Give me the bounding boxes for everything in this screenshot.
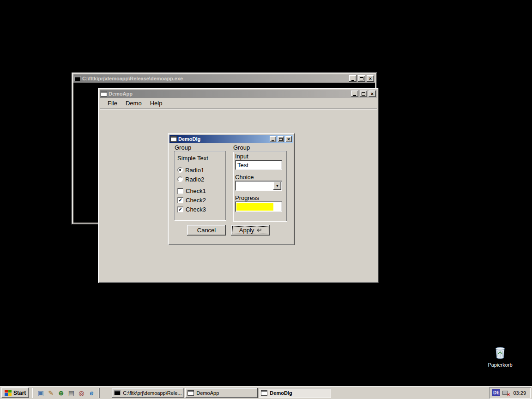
menu-help[interactable]: Help (146, 98, 167, 108)
minimize-icon (272, 140, 274, 141)
quick-launch-viewer[interactable]: ◎ (76, 388, 86, 398)
taskbar-divider (98, 388, 100, 398)
radio-radio1[interactable]: Radio1 (177, 166, 204, 174)
desktop-background: C:\fltk\prj\demoapp\Release\demoapp.exe … (0, 0, 532, 386)
demoapp-minimize-button[interactable] (351, 91, 358, 97)
demoapp-titlebar[interactable]: DemoApp × (100, 90, 377, 98)
task-button-console[interactable]: C:\fltk\prj\demoapp\Rele... (112, 388, 184, 398)
choice-label: Choice (235, 174, 254, 181)
recycle-bin-icon (492, 345, 508, 360)
choice-selected-value (236, 181, 273, 190)
demodlg-title: DemoDlg (178, 136, 268, 142)
checkbox-icon (177, 188, 183, 194)
recycle-bin-label: Papierkorb (484, 362, 517, 368)
checkbox-label: Check2 (186, 197, 206, 204)
input-field[interactable] (235, 160, 282, 170)
demodlg-icon (170, 136, 177, 142)
return-icon (256, 228, 261, 232)
globe-icon: ⊕ (58, 389, 64, 397)
minimize-icon (351, 80, 354, 81)
demodlg-close-button[interactable]: × (285, 136, 292, 142)
checkbox-icon: ✓ (177, 206, 183, 212)
progress-bar-fill (236, 203, 273, 211)
right-group-box: Input Choice ▼ Progress (233, 151, 287, 221)
radio-label: Radio2 (185, 176, 204, 183)
check-mark-icon: ✓ (178, 207, 182, 212)
menu-demo[interactable]: Demo (121, 98, 146, 108)
quick-launch-address-book[interactable]: ▤ (66, 388, 76, 398)
radio-label: Radio1 (185, 167, 204, 174)
checkbox-label: Check1 (186, 187, 206, 194)
checkbox-check2[interactable]: ✓ Check2 (177, 196, 206, 204)
quick-launch-pen[interactable]: ✎ (46, 388, 56, 398)
tray-device-status-icon[interactable]: × (502, 390, 509, 396)
internet-explorer-icon: e (90, 389, 93, 397)
console-maximize-button[interactable] (358, 75, 365, 82)
taskbar-clock[interactable]: 03:29 (512, 390, 527, 396)
keyboard-layout-indicator[interactable]: DE (492, 389, 500, 396)
check-mark-icon: ✓ (178, 198, 182, 203)
maximize-icon (279, 138, 283, 141)
quick-launch-show-desktop[interactable]: ▣ (36, 388, 46, 398)
minimize-icon (353, 95, 356, 96)
console-close-button[interactable]: × (367, 75, 374, 82)
console-icon (74, 76, 81, 81)
close-icon: × (287, 137, 290, 142)
system-tray: DE × 03:29 (489, 387, 531, 399)
start-button[interactable]: Start (1, 387, 29, 398)
cancel-button[interactable]: Cancel (187, 225, 226, 236)
radio-button-icon (177, 167, 183, 173)
menu-file[interactable]: File (103, 98, 121, 108)
task-button-demodlg[interactable]: DemoDlg (259, 388, 331, 398)
window-icon (261, 390, 267, 396)
demoapp-close-button[interactable]: × (369, 91, 376, 97)
console-titlebar[interactable]: C:\fltk\prj\demoapp\Release\demoapp.exe … (73, 74, 375, 83)
simple-text-label: Simple Text (177, 155, 208, 162)
choice-dropdown-button[interactable]: ▼ (273, 181, 281, 190)
chevron-down-icon: ▼ (276, 184, 279, 188)
maximize-icon (360, 77, 363, 80)
left-group-box: Simple Text Radio1 Radio2 Check1 ✓ Check… (174, 151, 226, 220)
close-icon: × (369, 76, 372, 81)
checkbox-icon: ✓ (177, 197, 183, 203)
taskbar-divider (32, 388, 34, 398)
address-book-icon: ▤ (68, 389, 74, 397)
right-group-label: Group (233, 144, 250, 151)
demodlg-titlebar[interactable]: DemoDlg × (169, 135, 293, 143)
demoapp-menubar: File Demo Help (100, 98, 377, 109)
demodlg-content: Group Simple Text Radio1 Radio2 Check1 ✓ (169, 143, 293, 243)
task-button-area: C:\fltk\prj\demoapp\Rele... DemoApp Demo… (111, 388, 332, 398)
demodlg-minimize-button[interactable] (270, 136, 276, 142)
quick-launch-globe[interactable]: ⊕ (56, 388, 66, 398)
console-minimize-button[interactable] (349, 75, 357, 82)
demoapp-title: DemoApp (109, 91, 350, 97)
show-desktop-icon: ▣ (38, 389, 44, 397)
progress-label: Progress (235, 194, 259, 201)
apply-button[interactable]: Apply (231, 225, 270, 236)
demoapp-icon (101, 91, 107, 97)
error-x-icon: × (507, 392, 510, 397)
input-label: Input (235, 153, 248, 160)
demoapp-maximize-button[interactable] (360, 91, 367, 97)
choice-dropdown[interactable]: ▼ (235, 181, 282, 191)
maximize-icon (362, 92, 365, 96)
demodlg-window: DemoDlg × Group Simple Text Radio1 Radio… (168, 133, 295, 245)
console-title: C:\fltk\prj\demoapp\Release\demoapp.exe (82, 76, 348, 81)
windows-logo-icon (5, 390, 12, 396)
radio-button-icon (177, 176, 183, 182)
checkbox-check3[interactable]: ✓ Check3 (177, 206, 206, 213)
console-icon (114, 390, 121, 395)
close-icon: × (371, 91, 374, 97)
task-button-demoapp[interactable]: DemoApp (185, 388, 258, 398)
left-group-label: Group (175, 144, 191, 151)
pen-icon: ✎ (48, 389, 54, 397)
progress-bar (235, 201, 282, 212)
checkbox-label: Check3 (186, 206, 206, 213)
viewer-icon: ◎ (79, 389, 84, 397)
radio-radio2[interactable]: Radio2 (177, 175, 204, 183)
taskbar: Start ▣ ✎ ⊕ ▤ ◎ e C:\fltk\prj\demoapp\Re… (0, 386, 532, 399)
quick-launch-internet-explorer[interactable]: e (86, 388, 97, 398)
recycle-bin-desktop-icon[interactable]: Papierkorb (484, 345, 517, 368)
demodlg-maximize-button[interactable] (278, 136, 284, 142)
checkbox-check1[interactable]: Check1 (177, 187, 206, 194)
